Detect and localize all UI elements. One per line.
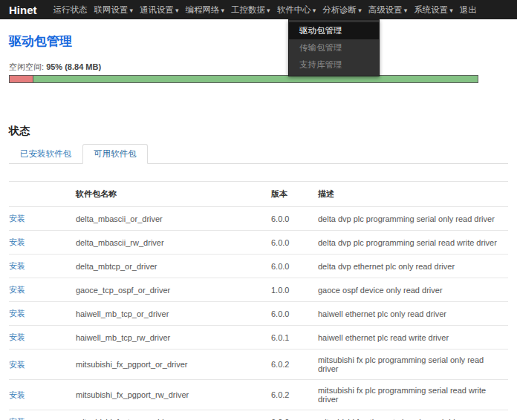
package-name: mitsubishi_fx_tcp_or_driver [76, 410, 271, 420]
page-title: 驱动包管理 [9, 34, 508, 49]
package-version: 6.0.0 [271, 410, 318, 420]
package-name: mitsubishi_fx_pgport_or_driver [76, 350, 271, 380]
install-link[interactable]: 安装 [9, 360, 25, 369]
package-version: 6.0.2 [271, 380, 318, 410]
nav-item-industrial-data[interactable]: 工控数据▾ [231, 4, 270, 16]
col-header-name: 软件包名称 [76, 182, 271, 207]
caret-down-icon: ▾ [313, 7, 316, 14]
table-row: 安装 delta_mbascii_or_driver 6.0.0 delta d… [9, 207, 508, 231]
top-navbar: Hinet 运行状态 联网设置▾ 通讯设置▾ 编程网络▾ 工控数据▾ 软件中心▾… [0, 0, 517, 19]
free-space-segment [33, 76, 478, 82]
package-version: 6.0.0 [271, 231, 318, 255]
nav-item-system-settings[interactable]: 系统设置▾ [414, 4, 453, 16]
package-name: haiwell_mb_tcp_or_driver [76, 302, 271, 326]
package-description: delta dvp plc programming serial only re… [318, 207, 508, 231]
package-table-wrap: 软件包名称 版本 描述 安装 delta_mbascii_or_driver 6… [9, 181, 508, 420]
table-row: 安装 delta_mbascii_rw_driver 6.0.0 delta d… [9, 231, 508, 255]
nav-item-comm-settings[interactable]: 通讯设置▾ [140, 4, 179, 16]
package-description: mitsubishi fx plc programming serial rea… [318, 380, 508, 410]
col-header-action [9, 182, 76, 207]
package-name: delta_mbascii_rw_driver [76, 231, 271, 255]
nav-item-analysis-diagnosis[interactable]: 分析诊断▾ [322, 4, 362, 16]
install-link[interactable]: 安装 [9, 332, 25, 341]
table-row: 安装 mitsubishi_fx_pgport_or_driver 6.0.2 … [9, 350, 508, 380]
dropdown-item-driver-package-mgmt[interactable]: 驱动包管理 [289, 22, 379, 39]
status-heading: 状态 [9, 125, 508, 138]
install-link[interactable]: 安装 [9, 390, 25, 399]
package-description: delta dvp ethernet plc only read driver [318, 255, 508, 278]
package-version: 1.0.0 [271, 278, 318, 302]
col-header-version: 版本 [271, 182, 318, 207]
nav-item-network-settings[interactable]: 联网设置▾ [94, 4, 134, 16]
package-version: 6.0.1 [271, 326, 318, 350]
package-description: haiwell ethernet plc only read driver [318, 302, 508, 326]
install-link[interactable]: 安装 [9, 237, 25, 246]
nav-item-software-center[interactable]: 软件中心▾ [277, 4, 316, 16]
package-name: delta_mbtcp_or_driver [76, 255, 271, 278]
package-version: 6.0.0 [271, 207, 318, 231]
free-space-progress-bar [9, 75, 478, 83]
col-header-description: 描述 [318, 182, 508, 207]
caret-down-icon: ▾ [221, 7, 225, 14]
package-description: delta dvp plc programming serial read wr… [318, 231, 508, 255]
nav-item-logout[interactable]: 退出 [460, 4, 477, 16]
package-version: 6.0.0 [271, 255, 318, 278]
nav-item-run-status[interactable]: 运行状态 [53, 4, 88, 16]
tab-available-packages[interactable]: 可用软件包 [82, 144, 148, 164]
dropdown-item-support-library-mgmt[interactable]: 支持库管理 [289, 56, 379, 73]
caret-down-icon: ▾ [130, 7, 134, 14]
table-row: 安装 mitsubishi_fx_tcp_or_driver 6.0.0 mit… [9, 410, 508, 420]
caret-down-icon: ▾ [358, 7, 362, 14]
software-center-dropdown: 驱动包管理 传输包管理 支持库管理 [288, 19, 380, 76]
nav-item-programming-network[interactable]: 编程网络▾ [186, 4, 225, 16]
package-description: mitsubishi fx plc programming serial onl… [318, 350, 508, 380]
caret-down-icon: ▾ [449, 7, 453, 14]
package-description: haiwell ethernet plc read write driver [318, 326, 508, 350]
dropdown-item-transfer-package-mgmt[interactable]: 传输包管理 [289, 39, 379, 56]
package-name: gaoce_tcp_ospf_or_driver [76, 278, 271, 302]
package-description: mitsubishi fx ethernet plc only read dri… [318, 410, 508, 420]
package-name: haiwell_mb_tcp_rw_driver [76, 326, 271, 350]
table-row: 安装 haiwell_mb_tcp_rw_driver 6.0.1 haiwel… [9, 326, 508, 350]
caret-down-icon: ▾ [267, 7, 270, 14]
caret-down-icon: ▾ [404, 7, 408, 14]
navbar-menu: 运行状态 联网设置▾ 通讯设置▾ 编程网络▾ 工控数据▾ 软件中心▾ 分析诊断▾… [53, 4, 477, 16]
package-version: 6.0.2 [271, 350, 318, 380]
install-link[interactable]: 安装 [9, 285, 25, 294]
brand-logo[interactable]: Hinet [9, 4, 37, 16]
package-name: delta_mbascii_or_driver [76, 207, 271, 231]
free-space-value: 95% (8.84 MB) [46, 62, 101, 71]
table-row: 安装 gaoce_tcp_ospf_or_driver 1.0.0 gaoce … [9, 278, 508, 302]
free-space-label: 空闲空间: 95% (8.84 MB) [9, 62, 508, 73]
caret-down-icon: ▾ [175, 7, 179, 14]
package-description: gaoce ospf device only read driver [318, 278, 508, 302]
table-row: 安装 haiwell_mb_tcp_or_driver 6.0.0 haiwel… [9, 302, 508, 326]
table-row: 安装 delta_mbtcp_or_driver 6.0.0 delta dvp… [9, 255, 508, 278]
tab-installed-packages[interactable]: 已安装软件包 [9, 144, 82, 164]
table-header-row: 软件包名称 版本 描述 [9, 182, 508, 207]
main-content: 驱动包管理 空闲空间: 95% (8.84 MB) 状态 已安装软件包 可用软件… [9, 34, 508, 420]
install-link[interactable]: 安装 [9, 214, 25, 223]
nav-item-advanced-settings[interactable]: 高级设置▾ [368, 4, 408, 16]
package-table: 软件包名称 版本 描述 安装 delta_mbascii_or_driver 6… [9, 181, 508, 420]
install-link[interactable]: 安装 [9, 309, 25, 318]
install-link[interactable]: 安装 [9, 417, 25, 420]
used-space-segment [10, 76, 33, 82]
package-tabs: 已安装软件包 可用软件包 [9, 144, 508, 164]
package-name: mitsubishi_fx_pgport_rw_driver [76, 380, 271, 410]
package-version: 6.0.0 [271, 302, 318, 326]
table-row: 安装 mitsubishi_fx_pgport_rw_driver 6.0.2 … [9, 380, 508, 410]
install-link[interactable]: 安装 [9, 261, 25, 270]
